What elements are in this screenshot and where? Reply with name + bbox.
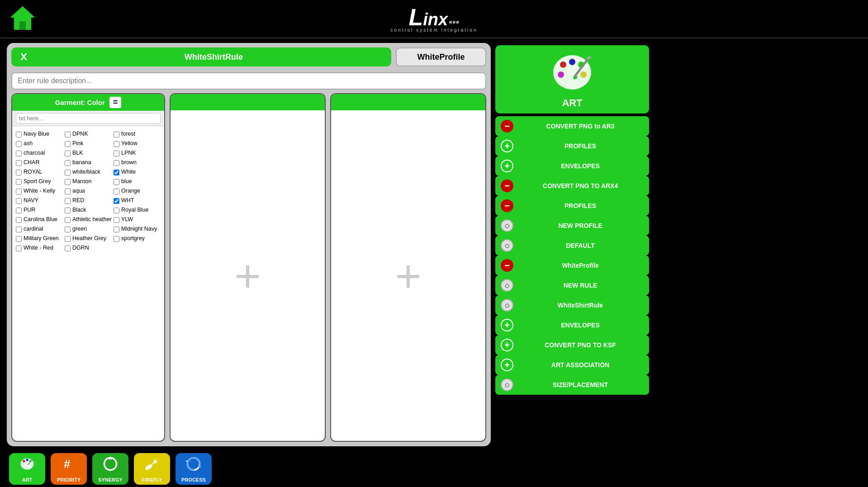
garment-checkbox[interactable] — [65, 179, 71, 185]
garment-item-label[interactable]: Carolina Blue — [24, 216, 57, 223]
garment-item-label[interactable]: Maroon — [72, 178, 91, 185]
sidebar-btn-white-profile[interactable]: −WhiteProfile — [495, 255, 649, 275]
right-add-icon[interactable]: + — [395, 253, 421, 298]
garment-checkbox[interactable] — [65, 217, 71, 223]
garment-item-label[interactable]: White - Red — [24, 245, 53, 251]
inactive-tab[interactable]: WhiteProfile — [396, 47, 486, 66]
rule-description-input[interactable] — [11, 72, 486, 90]
garment-item-label[interactable]: ROYAL — [24, 169, 42, 175]
garment-item-label[interactable]: Sport Grey — [24, 178, 51, 185]
garment-checkbox[interactable] — [65, 236, 71, 242]
garment-checkbox[interactable] — [16, 189, 22, 194]
garment-checkbox[interactable] — [114, 179, 119, 185]
garment-checkbox[interactable] — [114, 132, 119, 137]
garment-item-label[interactable]: forest — [121, 131, 135, 137]
garment-item-label[interactable]: green — [72, 226, 87, 232]
sidebar-btn-size-placement[interactable]: ○SIZE/PLACEMENT — [495, 375, 649, 395]
home-button[interactable] — [9, 5, 36, 33]
garment-item-label[interactable]: White — [121, 169, 136, 175]
garment-checkbox[interactable] — [16, 179, 22, 185]
garment-checkbox[interactable] — [65, 227, 71, 232]
garment-checkbox[interactable] — [65, 151, 71, 156]
garment-checkbox[interactable] — [65, 189, 71, 194]
sidebar-btn-envelopes-1[interactable]: +ENVELOPES — [495, 156, 649, 176]
garment-item-label[interactable]: sportgrey — [121, 235, 145, 242]
garment-item-label[interactable]: LPNK — [121, 150, 136, 156]
garment-item-label[interactable]: DPNK — [72, 131, 88, 137]
equals-button[interactable]: = — [109, 97, 122, 108]
close-tab-button[interactable]: X — [11, 47, 36, 66]
garment-checkbox[interactable] — [65, 208, 71, 213]
garment-checkbox[interactable] — [16, 246, 22, 251]
garment-checkbox[interactable] — [114, 217, 119, 223]
garment-item-label[interactable]: Heather Grey — [72, 235, 106, 242]
garment-checkbox[interactable] — [114, 141, 119, 147]
garment-checkbox[interactable] — [16, 217, 22, 223]
garment-item-label[interactable]: PUR — [24, 207, 35, 213]
garment-item-label[interactable]: ash — [24, 140, 33, 147]
garment-checkbox[interactable] — [16, 132, 22, 137]
toolbar-btn-firefly[interactable]: FIREFLY — [134, 453, 170, 485]
garment-checkbox[interactable] — [16, 141, 22, 147]
garment-checkbox[interactable] — [16, 208, 22, 213]
garment-checkbox[interactable] — [65, 170, 71, 175]
garment-item-label[interactable]: aqua — [72, 188, 85, 194]
garment-item-label[interactable]: Navy Blue — [24, 131, 49, 137]
garment-item-label[interactable]: BLK — [72, 150, 83, 156]
garment-checkbox[interactable] — [16, 160, 22, 166]
garment-item-label[interactable]: DGRN — [72, 245, 89, 251]
sidebar-btn-art-association[interactable]: +ART ASSOCIATION — [495, 355, 649, 375]
garment-item-label[interactable]: cardinal — [24, 226, 43, 232]
garment-item-label[interactable]: CHAR — [24, 159, 39, 166]
sidebar-btn-white-shirt-rule[interactable]: ○WhiteShirtRule — [495, 295, 649, 315]
sidebar-btn-profiles-2[interactable]: −PROFILES — [495, 196, 649, 216]
sidebar-btn-convert-png-arx4[interactable]: −CONVERT PNG TO ARX4 — [495, 176, 649, 196]
sidebar-btn-new-rule[interactable]: ○NEW RULE — [495, 275, 649, 295]
garment-item-label[interactable]: Orange — [121, 188, 140, 194]
garment-item-label[interactable]: WHT — [121, 197, 134, 204]
garment-search-input[interactable] — [16, 113, 161, 123]
garment-item-label[interactable]: White - Kelly — [24, 188, 55, 194]
garment-checkbox[interactable] — [16, 236, 22, 242]
toolbar-btn-priority[interactable]: # PRIORITY — [51, 453, 87, 485]
toolbar-btn-synergy[interactable]: SYNERGY — [92, 453, 128, 485]
sidebar-btn-convert-png-ar3[interactable]: −CONVERT PNG to AR3 — [495, 116, 649, 136]
garment-checkbox[interactable] — [16, 227, 22, 232]
garment-item-label[interactable]: Midnight Navy — [121, 226, 157, 232]
garment-item-label[interactable]: banana — [72, 159, 91, 166]
garment-item-label[interactable]: RED — [72, 197, 84, 204]
toolbar-btn-art[interactable]: ART — [9, 453, 45, 485]
sidebar-btn-convert-png-ksf[interactable]: +CONVERT PNG TO KSF — [495, 335, 649, 355]
garment-item-label[interactable]: Black — [72, 207, 86, 213]
garment-item-label[interactable]: brown — [121, 159, 137, 166]
garment-checkbox[interactable] — [114, 227, 119, 232]
garment-checkbox[interactable] — [114, 170, 119, 175]
garment-checkbox[interactable] — [65, 198, 71, 204]
garment-item-label[interactable]: NAVY — [24, 197, 38, 204]
active-tab[interactable]: WhiteShirtRule — [36, 47, 391, 66]
garment-item-label[interactable]: charcoal — [24, 150, 45, 156]
garment-item-label[interactable]: Yellow — [121, 140, 138, 147]
garment-checkbox[interactable] — [65, 160, 71, 166]
sidebar-btn-envelopes-2[interactable]: +ENVELOPES — [495, 315, 649, 335]
garment-item-label[interactable]: blue — [121, 178, 132, 185]
garment-item-label[interactable]: YLW — [121, 216, 133, 223]
garment-checkbox[interactable] — [65, 141, 71, 147]
garment-checkbox[interactable] — [114, 198, 119, 204]
sidebar-btn-profiles-1[interactable]: +PROFILES — [495, 136, 649, 156]
garment-checkbox[interactable] — [16, 151, 22, 156]
garment-item-label[interactable]: Pink — [72, 140, 83, 147]
garment-checkbox[interactable] — [65, 132, 71, 137]
garment-checkbox[interactable] — [65, 246, 71, 251]
garment-checkbox[interactable] — [114, 236, 119, 242]
garment-item-label[interactable]: Royal Blue — [121, 207, 148, 213]
garment-item-label[interactable]: Military Green — [24, 235, 59, 242]
garment-item-label[interactable]: white/black — [72, 169, 100, 175]
toolbar-btn-process[interactable]: PROCESS — [175, 453, 212, 485]
sidebar-btn-new-profile[interactable]: ○NEW PROFILE — [495, 216, 649, 236]
garment-checkbox[interactable] — [16, 170, 22, 175]
garment-item-label[interactable]: Athletic heather — [72, 216, 112, 223]
middle-add-icon[interactable]: + — [234, 253, 261, 298]
garment-checkbox[interactable] — [114, 151, 119, 156]
garment-checkbox[interactable] — [114, 160, 119, 166]
